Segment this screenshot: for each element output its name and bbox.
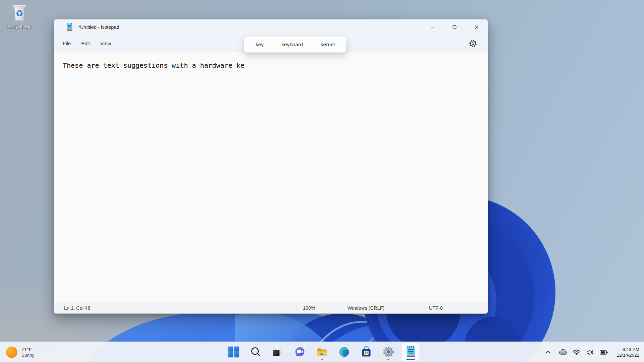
settings-app-gear-icon [382,346,394,358]
microsoft-store-icon [360,346,372,358]
clock-date: 12/14/2022 [616,352,639,358]
task-view-button[interactable] [269,343,287,361]
minimize-icon [430,25,434,29]
notepad-icon [404,346,417,358]
edge-button[interactable] [335,343,353,361]
zoom-level-status: 100% [297,305,341,311]
maximize-button[interactable] [443,19,466,35]
text-editor-area[interactable]: These are text suggestions with a hardwa… [54,52,488,302]
suggestion-kernel[interactable]: kernel [318,40,337,49]
minimize-button[interactable] [421,19,443,35]
text-suggestions-popup: key keyboard kernel [244,36,346,53]
status-bar: Ln 1, Col 46 100% Windows (CRLF) UTF-8 [54,302,488,313]
clock-widget[interactable]: 6:43 PM 12/14/2022 [614,345,644,359]
window-titlebar[interactable]: *Untitled - Notepad [54,19,488,35]
chat-icon [294,346,306,358]
settings-app-button[interactable] [379,343,397,361]
active-app-indicator [406,359,415,360]
notepad-window: *Untitled - Notepad File Edit View [54,19,488,314]
recycle-bin-icon: ♻ [10,3,29,23]
onedrive-tray-button[interactable] [556,346,570,359]
windows-start-icon [227,346,239,358]
file-explorer-button[interactable] [313,343,331,361]
taskbar-app-icons [224,343,420,361]
volume-icon [586,349,594,356]
running-indicator [321,359,323,360]
notepad-taskbar-button[interactable] [401,343,420,361]
chevron-up-icon [544,349,552,356]
network-tray-button[interactable] [570,346,583,359]
file-explorer-icon [316,346,328,358]
battery-icon [599,349,608,356]
recycle-bin-label: Recycle Bin [7,24,31,29]
sun-weather-icon [6,347,17,358]
desktop[interactable]: { "desktop": { "recycle_bin_label": "Rec… [0,0,644,362]
settings-button[interactable] [466,38,480,50]
search-icon [250,346,262,358]
edge-icon [338,346,350,358]
menu-file[interactable]: File [58,38,75,49]
line-ending-status: Windows (CRLF) [341,305,423,311]
svg-text:♻: ♻ [15,8,23,18]
task-view-icon [272,346,284,358]
weather-condition: Sunny [21,353,34,358]
system-tray: 6:43 PM 12/14/2022 [542,342,644,362]
editor-text: These are text suggestions with a hardwa… [63,61,245,69]
menu-edit[interactable]: Edit [76,38,95,49]
store-button[interactable] [357,343,375,361]
encoding-status: UTF-8 [423,305,488,311]
text-cursor [245,61,246,69]
suggestion-keyboard[interactable]: keyboard [279,40,306,49]
notepad-app-icon [65,23,73,31]
search-button[interactable] [247,343,265,361]
wifi-icon [573,349,581,356]
clock-time: 6:43 PM [616,347,639,352]
weather-temperature: 71°F [21,347,34,352]
maximize-icon [452,25,457,29]
menu-view[interactable]: View [96,38,116,49]
tray-overflow-button[interactable] [542,346,554,359]
running-indicator [387,359,389,360]
recycle-bin-shortcut[interactable]: ♻ Recycle Bin [3,3,36,29]
cursor-position-status: Ln 1, Col 46 [54,305,297,311]
settings-gear-icon [469,40,477,48]
start-button[interactable] [224,343,243,361]
battery-tray-button[interactable] [597,346,610,359]
chat-button[interactable] [291,343,309,361]
onedrive-cloud-icon [558,349,567,356]
weather-widget[interactable]: 71°F Sunny [3,344,38,361]
taskbar: 71°F Sunny [0,342,644,362]
suggestion-key[interactable]: key [253,40,266,49]
volume-tray-button[interactable] [584,346,596,359]
close-icon [475,25,479,29]
close-button[interactable] [466,19,488,35]
window-title: *Untitled - Notepad [78,24,119,30]
